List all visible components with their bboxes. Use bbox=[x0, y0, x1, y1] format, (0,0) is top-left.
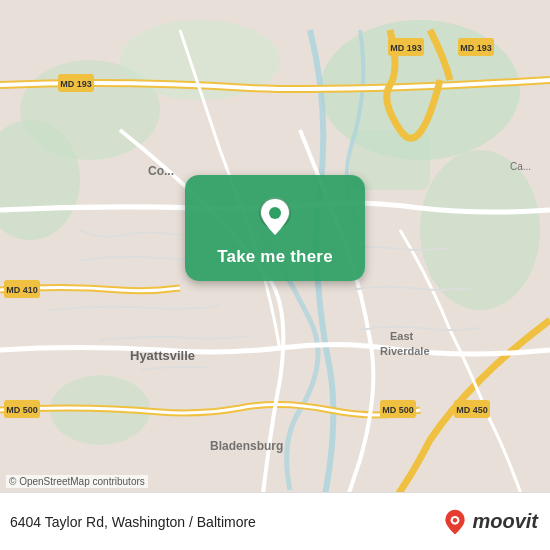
take-me-there-button[interactable]: Take me there bbox=[217, 247, 333, 267]
svg-text:MD 410: MD 410 bbox=[6, 285, 38, 295]
svg-text:MD 193: MD 193 bbox=[390, 43, 422, 53]
location-pin-icon bbox=[253, 195, 297, 239]
attribution: © OpenStreetMap contributors bbox=[6, 475, 148, 488]
svg-text:Riverdale: Riverdale bbox=[380, 345, 430, 357]
svg-point-30 bbox=[269, 207, 281, 219]
moovit-brand-name: moovit bbox=[472, 510, 538, 533]
moovit-pin-icon bbox=[441, 508, 469, 536]
svg-text:MD 193: MD 193 bbox=[60, 79, 92, 89]
take-me-there-container[interactable]: Take me there bbox=[185, 175, 365, 281]
moovit-logo: moovit bbox=[441, 508, 538, 536]
svg-text:Ca...: Ca... bbox=[510, 161, 531, 172]
svg-text:Hyattsville: Hyattsville bbox=[130, 348, 195, 363]
green-bubble[interactable]: Take me there bbox=[185, 175, 365, 281]
svg-text:MD 500: MD 500 bbox=[382, 405, 414, 415]
bottom-bar: 6404 Taylor Rd, Washington / Baltimore m… bbox=[0, 492, 550, 550]
svg-text:Co...: Co... bbox=[148, 164, 174, 178]
svg-point-2 bbox=[420, 150, 540, 310]
svg-text:Bladensburg: Bladensburg bbox=[210, 439, 283, 453]
svg-text:MD 450: MD 450 bbox=[456, 405, 488, 415]
map-container: MD 193 MD 193 MD 193 MD 410 MD 500 MD 50… bbox=[0, 0, 550, 550]
svg-text:MD 193: MD 193 bbox=[460, 43, 492, 53]
svg-point-32 bbox=[453, 518, 457, 522]
svg-text:East: East bbox=[390, 330, 414, 342]
address-label: 6404 Taylor Rd, Washington / Baltimore bbox=[10, 514, 256, 530]
svg-text:MD 500: MD 500 bbox=[6, 405, 38, 415]
